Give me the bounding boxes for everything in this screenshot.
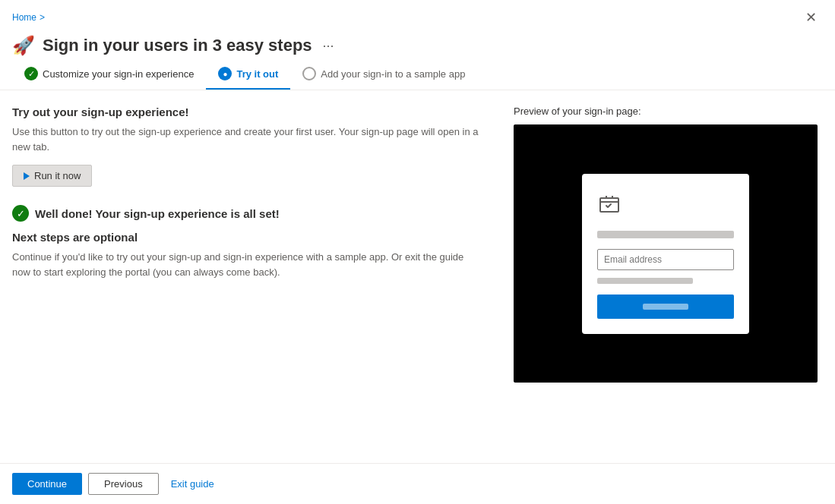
email-input[interactable] (597, 249, 734, 270)
title-row: 🚀 Sign in your users in 3 easy steps ··· (0, 29, 835, 59)
card-btn-inner (643, 304, 688, 310)
signup-title: Try out your sign-up experience! (12, 106, 483, 118)
run-btn-label: Run it now (34, 170, 81, 181)
next-steps-desc: Continue if you'd like to try out your s… (12, 250, 483, 279)
tab-customize-label: Customize your sign-in experience (43, 68, 194, 80)
more-options-icon[interactable]: ··· (323, 38, 334, 54)
tab-try-it-out[interactable]: ● Try it out (206, 59, 290, 90)
step3-empty-icon (302, 67, 316, 80)
signup-desc: Use this button to try out the sign-up e… (12, 124, 483, 154)
rocket-icon: 🚀 (12, 35, 35, 56)
breadcrumb: Home > (12, 12, 45, 23)
close-button[interactable]: ✕ (799, 6, 823, 29)
left-panel: Try out your sign-up experience! Use thi… (12, 106, 483, 463)
step2-active-icon: ● (218, 67, 232, 80)
success-row: ✓ Well done! Your sign-up experience is … (12, 205, 483, 222)
success-check-icon: ✓ (12, 205, 29, 222)
page-title: Sign in your users in 3 easy steps (43, 36, 312, 55)
preview-frame (514, 124, 818, 383)
breadcrumb-home-link[interactable]: Home (12, 12, 36, 23)
right-panel: Preview of your sign-in page: (514, 106, 818, 463)
tab-customize[interactable]: ✓ Customize your sign-in experience (12, 59, 206, 90)
success-message: Well done! Your sign-up experience is al… (35, 207, 280, 220)
next-steps-title: Next steps are optional (12, 231, 483, 244)
card-signin-button[interactable] (597, 295, 734, 319)
tab-try-label: Try it out (236, 68, 278, 80)
footer: Continue Previous Exit guide (0, 463, 835, 504)
main-content: Try out your sign-up experience! Use thi… (0, 90, 835, 463)
tab-add-app[interactable]: Add your sign-in to a sample app (290, 59, 477, 90)
top-bar: Home > ✕ (0, 0, 835, 29)
continue-button[interactable]: Continue (12, 473, 82, 495)
card-title-placeholder (597, 231, 734, 238)
preview-label: Preview of your sign-in page: (514, 106, 818, 117)
breadcrumb-separator: > (40, 12, 45, 23)
exit-guide-button[interactable]: Exit guide (165, 474, 220, 494)
card-subtitle-placeholder (597, 278, 693, 284)
play-icon (24, 172, 30, 180)
card-logo (597, 192, 734, 219)
sign-in-card (582, 174, 749, 334)
box-icon (597, 192, 622, 216)
run-it-now-button[interactable]: Run it now (12, 165, 92, 187)
step-tabs: ✓ Customize your sign-in experience ● Tr… (0, 59, 835, 90)
previous-button[interactable]: Previous (88, 473, 159, 495)
step1-check-icon: ✓ (24, 67, 38, 80)
tab-add-label: Add your sign-in to a sample app (321, 68, 465, 80)
